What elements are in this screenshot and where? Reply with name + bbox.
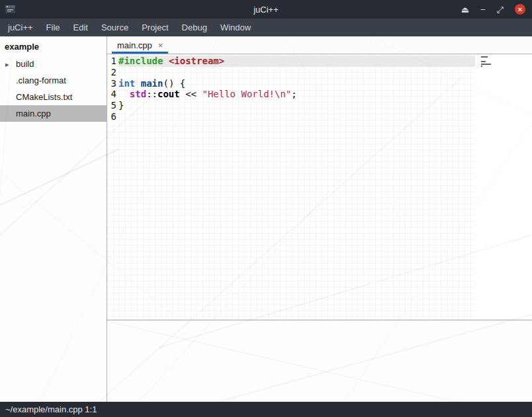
menubar: juCi++FileEditSourceProjectDebugWindow: [0, 19, 532, 36]
minimap[interactable]: [481, 56, 493, 70]
token-include: <iostream>: [169, 56, 224, 66]
editor-text-region[interactable]: 123456 #include <iostream>int main() { s…: [107, 54, 475, 320]
file-label: main.cpp: [16, 109, 51, 118]
tab-close-icon[interactable]: ×: [158, 40, 163, 50]
menu-item-source[interactable]: Source: [95, 19, 135, 36]
token-function: main: [141, 78, 163, 89]
restore-icon[interactable]: ⤢: [497, 5, 504, 15]
token-plain: ::: [146, 89, 157, 99]
file-label: .clang-format: [16, 75, 66, 85]
token-plain: [118, 89, 130, 99]
token-type: int: [118, 78, 135, 89]
sidebar-item-build[interactable]: ▸build: [0, 56, 107, 72]
statusbar: ~/example/main.cpp 1:1: [0, 402, 532, 417]
line-number: 1: [107, 56, 118, 67]
status-file-position: ~/example/main.cpp 1:1: [5, 404, 97, 414]
app-window: juCi++ ⏏ − ⤢ ✕ juCi++FileEditSourceProje…: [0, 0, 532, 417]
main-column: main.cpp × 123456 #include <iostream>int…: [107, 36, 532, 402]
titlebar[interactable]: juCi++ ⏏ − ⤢ ✕: [0, 0, 532, 19]
file-tree: ▸build.clang-formatCMakeLists.txtmain.cp…: [0, 56, 107, 122]
minimap-mark: [481, 64, 491, 65]
token-string: "Hello World!\n": [202, 89, 291, 99]
code-editor[interactable]: 123456 #include <iostream>int main() { s…: [107, 54, 532, 320]
menu-item-debug[interactable]: Debug: [175, 19, 214, 36]
eject-icon[interactable]: ⏏: [461, 5, 469, 15]
line-number: 2: [107, 67, 118, 78]
tab-label: main.cpp: [117, 40, 152, 50]
token-preproc: #include: [118, 56, 163, 66]
token-namespace: std: [130, 89, 146, 99]
tabbar: main.cpp ×: [107, 36, 532, 54]
sidebar-root-folder[interactable]: example: [0, 38, 107, 56]
line-number: 4: [107, 89, 118, 100]
file-label: CMakeLists.txt: [16, 92, 72, 102]
sidebar-item-cmakelists-txt[interactable]: CMakeLists.txt: [0, 89, 107, 105]
minimap-mark: [481, 68, 493, 71]
code-column[interactable]: #include <iostream>int main() { std::cou…: [118, 54, 475, 320]
token-plain: [163, 56, 168, 66]
minimap-mark: [481, 56, 488, 58]
token-member: cout: [157, 89, 180, 99]
editor-overview-margin: [475, 54, 532, 320]
minimap-mark: [481, 61, 486, 62]
token-plain: }: [118, 100, 124, 111]
file-label: build: [16, 59, 34, 69]
code-line-1[interactable]: #include <iostream>: [118, 56, 475, 67]
token-plain: <<: [180, 89, 202, 99]
terminal-panel[interactable]: [107, 320, 532, 402]
menu-item-juci[interactable]: juCi++: [1, 19, 40, 36]
code-line-5[interactable]: }: [118, 100, 475, 111]
token-plain: () {: [163, 78, 185, 89]
menu-item-project[interactable]: Project: [135, 19, 175, 36]
minimap-mark: [481, 66, 482, 67]
line-number: 6: [107, 111, 118, 122]
line-number: 3: [107, 78, 118, 89]
code-line-2[interactable]: [118, 67, 475, 78]
code-line-6[interactable]: [118, 111, 475, 122]
code-line-3[interactable]: int main() {: [118, 78, 475, 89]
code-line-4[interactable]: std::cout << "Hello World!\n";: [118, 89, 475, 100]
sidebar-item-clang-format[interactable]: .clang-format: [0, 72, 107, 89]
file-tree-panel: example ▸build.clang-formatCMakeLists.tx…: [0, 36, 107, 402]
app-body: example ▸build.clang-formatCMakeLists.tx…: [0, 36, 532, 402]
window-controls: ⏏ − ⤢ ✕: [461, 4, 532, 15]
menu-item-edit[interactable]: Edit: [67, 19, 95, 36]
close-icon[interactable]: ✕: [515, 4, 525, 15]
minimize-icon[interactable]: −: [480, 5, 486, 15]
menu-item-file[interactable]: File: [40, 19, 67, 36]
tab-main-cpp[interactable]: main.cpp ×: [111, 36, 169, 54]
sidebar-item-main-cpp[interactable]: main.cpp: [0, 105, 107, 122]
line-number-gutter: 123456: [107, 54, 118, 320]
line-number: 5: [107, 100, 118, 111]
menu-item-window[interactable]: Window: [214, 19, 257, 36]
window-title: juCi++: [0, 5, 532, 15]
token-plain: [135, 78, 140, 89]
expander-icon[interactable]: ▸: [5, 60, 9, 68]
token-plain: ;: [291, 89, 296, 99]
